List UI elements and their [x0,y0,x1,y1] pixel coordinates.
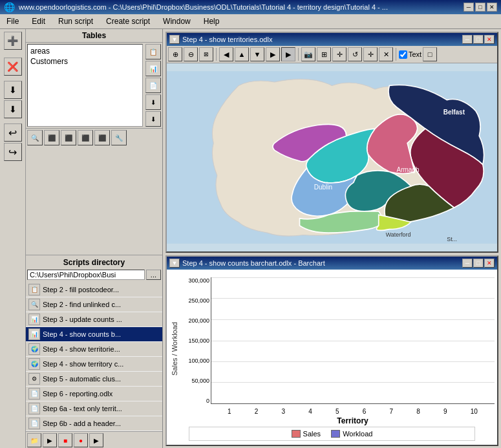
grid-line-3 [211,319,495,320]
chart-maximize-btn[interactable]: □ [473,259,484,268]
table-icon-5[interactable]: ⬇ [145,111,161,127]
script-icon-4: 📊 [28,328,40,340]
legend-box-sales [292,430,301,438]
menu-help[interactable]: Help [200,16,224,27]
undo-button[interactable]: ↩ [4,123,22,142]
legend-label-workload: Workload [343,430,372,438]
map-zoom-fit-btn[interactable]: ⊠ [199,47,213,61]
download2-button[interactable]: ⬇ [4,100,22,118]
table-icon-1[interactable]: 📋 [145,44,161,59]
x-axis-title: Territory [211,416,495,425]
chart-close-btn[interactable]: ✕ [484,259,495,268]
script-item-4[interactable]: 📊 Step 4 - show counts b... [26,327,162,342]
x-label-4: 4 [308,408,312,415]
script-item-9[interactable]: 📄 Step 6a - text only territ... [26,401,162,416]
script-item-10[interactable]: 📄 Step 6b - add a header... [26,416,162,431]
menu-create-script[interactable]: Create script [102,16,154,27]
map-play-btn[interactable]: ▶ [281,47,295,61]
script-item-7[interactable]: ⚙ Step 5 - automatic clus... [26,372,162,387]
map-collapse-btn[interactable]: ▼ [169,35,180,44]
table-icon-4[interactable]: ⬇ [145,94,161,110]
chart-content: Sales / Workload 300,000 250,000 200,000… [167,270,497,445]
map-grid-btn[interactable]: ⊞ [317,47,331,61]
table-bottom-2[interactable]: ⬛ [44,130,59,145]
script-item-5[interactable]: 🌍 Step 4 - show territorie... [26,342,162,357]
bottom-btn-play[interactable]: ▶ [43,433,57,447]
title-bar: 🌐 www.opendoorlogistics.com - C:\Users\P… [0,0,501,14]
browse-button[interactable]: ... [146,270,161,280]
y-axis-label: Sales / Workload [169,272,180,425]
y-labels: 300,000 250,000 200,000 150,000 100,000 … [180,277,209,404]
script-item-3[interactable]: 📊 Step 3 - update counts ... [26,312,162,327]
menu-window[interactable]: Window [159,16,195,27]
script-item-6[interactable]: 🌍 Step 4 - show territory c... [26,357,162,372]
download-button[interactable]: ⬇ [4,81,22,99]
map-cross-btn[interactable]: ✛ [332,47,346,61]
x-label-2: 2 [255,408,259,415]
delete-button[interactable]: ❌ [4,58,22,76]
chart-window: ▼ Step 4 - show counts barchart.odlx - B… [165,255,498,446]
svg-text:St...: St... [447,236,457,242]
table-bottom-4[interactable]: ⬛ [78,130,93,145]
table-bottom-1[interactable]: 🔍 [27,130,43,145]
table-bottom-3[interactable]: ⬛ [61,130,76,145]
close-button[interactable]: ✕ [487,3,497,12]
x-label-7: 7 [389,408,393,415]
script-item-2[interactable]: 🔍 Step 2 - find unlinked c... [26,297,162,312]
map-refresh-btn[interactable]: ↺ [348,47,362,61]
map-move-btn[interactable]: ✛ [363,47,378,61]
map-close-btn[interactable]: ✕ [484,35,495,44]
chart-collapse-btn[interactable]: ▼ [169,259,180,268]
bottom-btn-play2[interactable]: ▶ [89,433,103,447]
map-extra-btn[interactable]: □ [423,47,437,61]
sep1 [216,48,217,61]
script-icon-8: 📄 [28,388,40,400]
map-select-btn[interactable]: ✕ [379,47,393,61]
x-label-1: 1 [228,408,231,415]
map-pan-up-btn[interactable]: ▲ [235,47,249,61]
menu-edit[interactable]: Edit [28,16,49,27]
y-label-300k: 300,000 [180,277,209,284]
script-icon-3: 📊 [28,314,40,325]
map-pan-down-btn[interactable]: ▼ [250,47,264,61]
menu-run-script[interactable]: Run script [54,16,97,27]
menu-bar: File Edit Run script Create script Windo… [0,14,501,29]
add-button[interactable]: ➕ [4,32,22,50]
bottom-btn-rec[interactable]: ● [74,433,88,447]
legend-sales: Sales [292,430,321,438]
table-icon-3[interactable]: 📄 [145,78,161,93]
table-bottom-6[interactable]: 🔧 [111,130,127,145]
title-bar-text: www.opendoorlogistics.com - C:\Users\Phi… [19,3,388,11]
map-minimize-btn[interactable]: ─ [462,35,473,44]
script-list: 📋 Step 2 - fill postcodeor... 🔍 Step 2 -… [26,283,162,431]
script-item-1[interactable]: 📋 Step 2 - fill postcodeor... [26,283,162,297]
bottom-btn-folder[interactable]: 📁 [27,433,41,447]
text-check[interactable] [399,50,407,59]
main-layout: ➕ ❌ ⬇ ⬇ ↩ ↪ Tables areas Customers [0,29,501,448]
map-zoom-in-btn[interactable]: ⊕ [168,47,182,61]
script-name-6: Step 4 - show territory c... [43,360,123,368]
menu-file[interactable]: File [3,16,23,27]
scripts-path-row: C:\Users\Phil\Dropbox\Busi ... [27,270,161,280]
table-item-customers[interactable]: Customers [29,56,141,67]
table-icon-2[interactable]: 📊 [145,61,161,76]
map-pan-right-btn[interactable]: ▶ [266,47,280,61]
minimize-button[interactable]: ─ [464,3,474,12]
chart-minimize-btn[interactable]: ─ [462,259,473,268]
legend-workload: Workload [331,430,372,438]
table-bottom-5[interactable]: ⬛ [94,130,110,145]
bottom-toolbar: 📁 ▶ ■ ● ▶ [26,431,162,448]
maximize-button[interactable]: □ [475,3,485,12]
script-icon-2: 🔍 [28,299,40,310]
bottom-btn-stop[interactable]: ■ [58,433,72,447]
text-checkbox[interactable]: Text [399,50,421,59]
script-item-8[interactable]: 📄 Step 6 - reporting.odlx [26,387,162,401]
map-pan-left-btn[interactable]: ◀ [219,47,233,61]
map-camera-btn[interactable]: 📷 [301,47,315,61]
redo-button[interactable]: ↪ [4,143,22,161]
map-zoom-out-btn[interactable]: ⊖ [184,47,198,61]
chart-legend: Sales Workload [189,427,475,441]
map-maximize-btn[interactable]: □ [473,35,484,44]
script-name-9: Step 6a - text only territ... [43,405,122,412]
table-item-areas[interactable]: areas [29,46,141,56]
